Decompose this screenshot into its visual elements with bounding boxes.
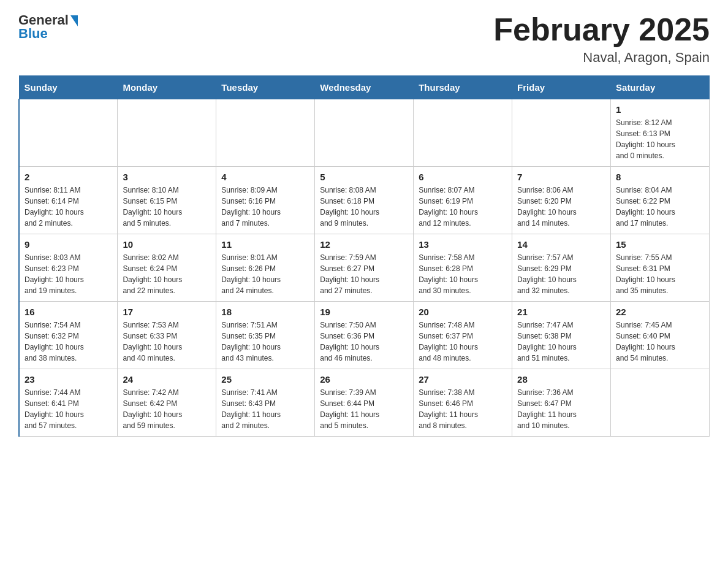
day-info: Sunrise: 8:08 AM Sunset: 6:18 PM Dayligh…	[320, 185, 408, 229]
day-info: Sunrise: 8:04 AM Sunset: 6:22 PM Dayligh…	[616, 185, 704, 229]
day-number: 5	[320, 172, 408, 182]
page-header: General Blue February 2025 Naval, Aragon…	[18, 12, 710, 66]
calendar-cell: 1Sunrise: 8:12 AM Sunset: 6:13 PM Daylig…	[611, 99, 710, 167]
logo: General Blue	[18, 12, 78, 42]
calendar-cell: 11Sunrise: 8:01 AM Sunset: 6:26 PM Dayli…	[216, 234, 315, 302]
day-info: Sunrise: 7:55 AM Sunset: 6:31 PM Dayligh…	[616, 252, 704, 296]
weekday-header-tuesday: Tuesday	[216, 76, 315, 99]
day-info: Sunrise: 8:03 AM Sunset: 6:23 PM Dayligh…	[25, 252, 112, 296]
calendar-cell	[512, 99, 611, 167]
day-number: 28	[517, 374, 605, 385]
calendar-cell: 26Sunrise: 7:39 AM Sunset: 6:44 PM Dayli…	[315, 369, 414, 437]
calendar-cell: 15Sunrise: 7:55 AM Sunset: 6:31 PM Dayli…	[611, 234, 710, 302]
calendar-cell: 3Sunrise: 8:10 AM Sunset: 6:15 PM Daylig…	[118, 167, 216, 234]
calendar-table: SundayMondayTuesdayWednesdayThursdayFrid…	[18, 75, 710, 437]
calendar-cell: 13Sunrise: 7:58 AM Sunset: 6:28 PM Dayli…	[414, 234, 512, 302]
weekday-header-friday: Friday	[512, 76, 611, 99]
day-info: Sunrise: 7:41 AM Sunset: 6:43 PM Dayligh…	[221, 387, 309, 431]
calendar-cell	[19, 99, 118, 167]
day-number: 21	[517, 307, 605, 317]
calendar-cell: 9Sunrise: 8:03 AM Sunset: 6:23 PM Daylig…	[19, 234, 118, 302]
calendar-cell	[611, 369, 710, 437]
day-number: 1	[616, 104, 704, 115]
calendar-body: 1Sunrise: 8:12 AM Sunset: 6:13 PM Daylig…	[19, 99, 710, 437]
day-number: 18	[221, 307, 309, 317]
day-number: 8	[616, 172, 704, 182]
day-info: Sunrise: 7:54 AM Sunset: 6:32 PM Dayligh…	[25, 320, 112, 364]
day-info: Sunrise: 7:42 AM Sunset: 6:42 PM Dayligh…	[123, 387, 211, 431]
day-info: Sunrise: 7:57 AM Sunset: 6:29 PM Dayligh…	[517, 252, 605, 296]
day-info: Sunrise: 7:38 AM Sunset: 6:46 PM Dayligh…	[419, 387, 507, 431]
day-number: 16	[25, 307, 112, 317]
calendar-cell: 21Sunrise: 7:47 AM Sunset: 6:38 PM Dayli…	[512, 302, 611, 369]
calendar-week-row: 2Sunrise: 8:11 AM Sunset: 6:14 PM Daylig…	[19, 167, 710, 234]
calendar-cell: 5Sunrise: 8:08 AM Sunset: 6:18 PM Daylig…	[315, 167, 414, 234]
calendar-cell: 19Sunrise: 7:50 AM Sunset: 6:36 PM Dayli…	[315, 302, 414, 369]
day-number: 6	[419, 172, 507, 182]
calendar-cell: 17Sunrise: 7:53 AM Sunset: 6:33 PM Dayli…	[118, 302, 216, 369]
calendar-cell: 4Sunrise: 8:09 AM Sunset: 6:16 PM Daylig…	[216, 167, 315, 234]
calendar-cell: 24Sunrise: 7:42 AM Sunset: 6:42 PM Dayli…	[118, 369, 216, 437]
calendar-cell: 12Sunrise: 7:59 AM Sunset: 6:27 PM Dayli…	[315, 234, 414, 302]
day-number: 26	[320, 374, 408, 385]
day-number: 4	[221, 172, 309, 182]
day-number: 17	[123, 307, 211, 317]
day-number: 24	[123, 374, 211, 385]
day-number: 20	[419, 307, 507, 317]
day-number: 19	[320, 307, 408, 317]
calendar-cell: 7Sunrise: 8:06 AM Sunset: 6:20 PM Daylig…	[512, 167, 611, 234]
calendar-cell	[118, 99, 216, 167]
calendar-week-row: 16Sunrise: 7:54 AM Sunset: 6:32 PM Dayli…	[19, 302, 710, 369]
day-info: Sunrise: 7:53 AM Sunset: 6:33 PM Dayligh…	[123, 320, 211, 364]
day-number: 12	[320, 239, 408, 250]
calendar-week-row: 9Sunrise: 8:03 AM Sunset: 6:23 PM Daylig…	[19, 234, 710, 302]
day-info: Sunrise: 8:11 AM Sunset: 6:14 PM Dayligh…	[25, 185, 112, 229]
calendar-cell: 25Sunrise: 7:41 AM Sunset: 6:43 PM Dayli…	[216, 369, 315, 437]
calendar-cell	[414, 99, 512, 167]
day-number: 11	[221, 239, 309, 250]
day-info: Sunrise: 8:02 AM Sunset: 6:24 PM Dayligh…	[123, 252, 211, 296]
calendar-cell: 22Sunrise: 7:45 AM Sunset: 6:40 PM Dayli…	[611, 302, 710, 369]
day-number: 10	[123, 239, 211, 250]
weekday-header-monday: Monday	[118, 76, 216, 99]
day-info: Sunrise: 7:36 AM Sunset: 6:47 PM Dayligh…	[517, 387, 605, 431]
calendar-cell: 8Sunrise: 8:04 AM Sunset: 6:22 PM Daylig…	[611, 167, 710, 234]
day-number: 7	[517, 172, 605, 182]
day-number: 25	[221, 374, 309, 385]
day-info: Sunrise: 7:59 AM Sunset: 6:27 PM Dayligh…	[320, 252, 408, 296]
calendar-cell: 16Sunrise: 7:54 AM Sunset: 6:32 PM Dayli…	[19, 302, 118, 369]
calendar-cell: 23Sunrise: 7:44 AM Sunset: 6:41 PM Dayli…	[19, 369, 118, 437]
day-info: Sunrise: 8:12 AM Sunset: 6:13 PM Dayligh…	[616, 117, 704, 161]
calendar-header: SundayMondayTuesdayWednesdayThursdayFrid…	[19, 76, 710, 99]
title-area: February 2025 Naval, Aragon, Spain	[493, 12, 710, 66]
weekday-header-row: SundayMondayTuesdayWednesdayThursdayFrid…	[19, 76, 710, 99]
day-info: Sunrise: 7:48 AM Sunset: 6:37 PM Dayligh…	[419, 320, 507, 364]
calendar-cell: 20Sunrise: 7:48 AM Sunset: 6:37 PM Dayli…	[414, 302, 512, 369]
calendar-cell	[216, 99, 315, 167]
calendar-cell: 6Sunrise: 8:07 AM Sunset: 6:19 PM Daylig…	[414, 167, 512, 234]
calendar-cell: 18Sunrise: 7:51 AM Sunset: 6:35 PM Dayli…	[216, 302, 315, 369]
day-number: 14	[517, 239, 605, 250]
day-number: 2	[25, 172, 112, 182]
logo-triangle-icon	[70, 15, 78, 26]
day-info: Sunrise: 7:58 AM Sunset: 6:28 PM Dayligh…	[419, 252, 507, 296]
day-number: 15	[616, 239, 704, 250]
month-title: February 2025	[493, 12, 710, 47]
day-info: Sunrise: 7:51 AM Sunset: 6:35 PM Dayligh…	[221, 320, 309, 364]
weekday-header-thursday: Thursday	[414, 76, 512, 99]
day-info: Sunrise: 8:01 AM Sunset: 6:26 PM Dayligh…	[221, 252, 309, 296]
logo-blue-text: Blue	[18, 26, 48, 42]
day-info: Sunrise: 7:50 AM Sunset: 6:36 PM Dayligh…	[320, 320, 408, 364]
weekday-header-sunday: Sunday	[19, 76, 118, 99]
day-info: Sunrise: 8:09 AM Sunset: 6:16 PM Dayligh…	[221, 185, 309, 229]
calendar-week-row: 1Sunrise: 8:12 AM Sunset: 6:13 PM Daylig…	[19, 99, 710, 167]
calendar-cell: 10Sunrise: 8:02 AM Sunset: 6:24 PM Dayli…	[118, 234, 216, 302]
day-info: Sunrise: 7:39 AM Sunset: 6:44 PM Dayligh…	[320, 387, 408, 431]
day-number: 27	[419, 374, 507, 385]
weekday-header-saturday: Saturday	[611, 76, 710, 99]
calendar-cell: 2Sunrise: 8:11 AM Sunset: 6:14 PM Daylig…	[19, 167, 118, 234]
weekday-header-wednesday: Wednesday	[315, 76, 414, 99]
day-info: Sunrise: 7:47 AM Sunset: 6:38 PM Dayligh…	[517, 320, 605, 364]
day-info: Sunrise: 8:07 AM Sunset: 6:19 PM Dayligh…	[419, 185, 507, 229]
calendar-cell	[315, 99, 414, 167]
